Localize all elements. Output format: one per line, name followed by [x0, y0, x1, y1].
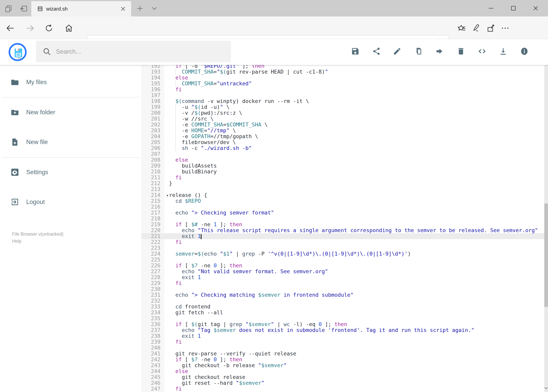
code-line[interactable]: 240 [141, 345, 544, 350]
code-line[interactable]: 216 [141, 204, 544, 210]
scroll-down-icon[interactable] [544, 385, 548, 391]
tabs-aside-icon[interactable] [4, 4, 13, 13]
code-line[interactable]: 245 git checkout release [141, 374, 544, 380]
line-number: 200 [141, 110, 164, 116]
line-number: 193 [141, 69, 164, 75]
hub-favorites-icon[interactable] [457, 23, 466, 33]
code-line[interactable]: 226 if [ $? -ne 0 ]; then [141, 262, 544, 268]
code-line[interactable]: 196 fi [141, 86, 544, 92]
code-line[interactable]: 236 if [ $(git tag | grep "$semver" | wc… [141, 321, 544, 327]
page-scrollbar[interactable] [544, 39, 548, 392]
code-line[interactable]: 243 git checkout -b release "$semver" [141, 362, 544, 368]
back-icon[interactable] [6, 23, 15, 33]
code-line-text [164, 151, 544, 157]
code-line[interactable]: 238 exit 1 [141, 333, 544, 339]
code-line[interactable]: 222 fi [141, 239, 544, 245]
code-line[interactable]: 217 echo "> Checking semver format" [141, 210, 544, 216]
code-line[interactable]: 205 filebrowser/dev \ [141, 139, 544, 145]
code-line[interactable]: 235 [141, 315, 544, 321]
code-line[interactable]: 237 echo "Tag $semver does not exist in … [141, 327, 544, 333]
rename-button[interactable] [393, 47, 402, 56]
code-line[interactable]: 202 -e COMMIT_SHA=$COMMIT_SHA \ [141, 121, 544, 127]
window-maximize-button[interactable] [505, 0, 522, 16]
code-line[interactable]: 232 [141, 298, 544, 304]
code-area[interactable]: 192 if [ -d "$REPO/.git" ]; then193 COMM… [141, 65, 544, 392]
code-line[interactable]: 221 exit 1 [141, 233, 544, 239]
share-button[interactable] [372, 47, 381, 56]
code-line[interactable]: 239 fi [141, 339, 544, 345]
save-button[interactable] [351, 47, 360, 56]
code-line[interactable]: 207 [141, 151, 544, 157]
code-line[interactable]: 200 -v /$(pwd):/src:z \ [141, 110, 544, 116]
code-line[interactable]: 220 echo "This release script requires a… [141, 227, 544, 233]
tab-preview-icon[interactable] [20, 4, 28, 13]
delete-button[interactable] [457, 47, 465, 56]
code-line[interactable]: 228 exit 1 [141, 274, 544, 280]
code-line[interactable]: 229 fi [141, 280, 544, 286]
tab-close-icon[interactable] [117, 3, 129, 15]
new-tab-icon[interactable] [135, 3, 145, 13]
scrollbar-thumb[interactable] [544, 203, 548, 307]
code-line[interactable]: 215 cd $REPO [141, 198, 544, 204]
code-line[interactable]: 224 semver=$(echo "$1" | grep -P '^v(0|[… [141, 251, 544, 257]
copy-button[interactable] [414, 47, 423, 56]
sidebar-item-settings[interactable]: Settings [0, 164, 133, 181]
code-line-text: -e COMMIT_SHA=$COMMIT_SHA \ [164, 121, 544, 127]
window-close-button[interactable] [527, 0, 544, 16]
code-line[interactable]: 225 [141, 257, 544, 262]
code-line[interactable]: 203 -e HOME="//tmp" \ [141, 127, 544, 133]
info-button[interactable] [520, 47, 529, 56]
help-link[interactable]: Help [12, 238, 63, 245]
code-line[interactable]: 193 COMMIT_SHA="$(git rev-parse HEAD | c… [141, 69, 544, 75]
sidebar-item-new-file[interactable]: New file [0, 133, 133, 151]
code-line[interactable]: 227 echo "Not valid semver format. See s… [141, 268, 544, 274]
search-input[interactable] [56, 48, 213, 55]
share-page-icon[interactable] [486, 23, 495, 33]
code-line[interactable]: 219 if [ $# -ne 1 ]; then [141, 221, 544, 227]
code-line[interactable]: 230 [141, 286, 544, 292]
annotate-pen-icon[interactable] [472, 23, 481, 33]
filebrowser-logo[interactable] [9, 43, 27, 61]
code-line[interactable]: 213 [141, 186, 544, 192]
code-line[interactable]: 201 -w //src \ [141, 116, 544, 121]
code-line[interactable]: 209 buildAssets [141, 163, 544, 168]
line-number: 219 [141, 221, 164, 227]
code-line[interactable]: 218 [141, 216, 544, 221]
home-icon[interactable] [64, 23, 74, 33]
code-line[interactable]: 244 else [141, 368, 544, 374]
code-line[interactable]: 198 $(command -v winpty) docker run --rm… [141, 98, 544, 104]
code-editor[interactable]: 192 if [ -d "$REPO/.git" ]; then193 COMM… [141, 65, 544, 392]
code-line[interactable]: 214▼release () { [141, 192, 544, 198]
code-line[interactable]: 208 else [141, 157, 544, 163]
forward-icon[interactable] [25, 23, 35, 33]
sidebar-item-new-folder[interactable]: New folder [0, 104, 133, 121]
code-line[interactable]: 242 if [ $? -ne 0 ]; then [141, 356, 544, 362]
code-line[interactable]: 241 git rev-parse --verify --quiet relea… [141, 350, 544, 356]
code-line[interactable]: 223 [141, 245, 544, 251]
code-line[interactable]: 247 fi [141, 386, 544, 392]
move-button[interactable] [435, 47, 444, 56]
sidebar-item-logout[interactable]: Logout [0, 193, 133, 210]
code-line[interactable]: 211 fi [141, 174, 544, 180]
code-line[interactable]: 212} [141, 180, 544, 186]
more-options-icon[interactable] [500, 23, 510, 33]
code-line[interactable]: 204 -e GOPATH=//tmp/gopath \ [141, 133, 544, 139]
sidebar-item-my-files[interactable]: My files [0, 74, 133, 91]
search-box[interactable] [36, 41, 231, 62]
code-line[interactable]: 231 echo "> Checking matching $semver in… [141, 292, 544, 298]
tab-list-chevron-icon[interactable] [149, 3, 159, 13]
refresh-icon[interactable] [44, 23, 54, 33]
browser-tab[interactable]: wizard.sh [31, 1, 131, 16]
code-line[interactable]: 233 cd frontend [141, 304, 544, 309]
code-line[interactable]: 195 COMMIT_SHA="untracked" [141, 80, 544, 86]
code-line[interactable]: 210 buildBinary [141, 168, 544, 174]
window-minimize-button[interactable] [482, 0, 500, 16]
code-line[interactable]: 206 sh -c "./wizard.sh -b" [141, 145, 544, 151]
code-line[interactable]: 199 -u "$(id -u)" \ [141, 104, 544, 110]
code-line[interactable]: 234 git fetch --all [141, 309, 544, 315]
code-line[interactable]: 197 [141, 92, 544, 98]
source-view-button[interactable] [478, 47, 486, 56]
code-line[interactable]: 246 git reset --hard "$semver" [141, 380, 544, 386]
code-line[interactable]: 194 else [141, 75, 544, 80]
download-button[interactable] [499, 47, 507, 56]
